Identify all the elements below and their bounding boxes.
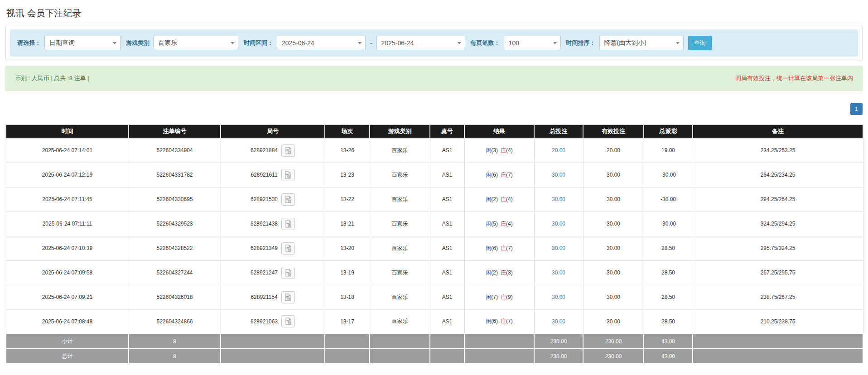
total-row-cell-5: [430, 349, 464, 364]
cell-payout: 28.50: [644, 236, 693, 260]
result-banker-value: (9): [506, 294, 513, 300]
cell-round-id: 628921530: [221, 187, 325, 212]
cell-game-type: 百家乐: [370, 260, 430, 285]
result-player-value: (3): [491, 147, 498, 154]
date-from-dropdown[interactable]: 2025-06-24: [277, 36, 366, 50]
cell-session: 13-17: [325, 309, 370, 334]
round-video-button[interactable]: [281, 291, 295, 303]
round-id-text: 628921063: [251, 318, 278, 325]
result-banker-label: 庄: [501, 269, 506, 276]
round-video-button[interactable]: [281, 169, 295, 181]
cell-game-type: 百家乐: [370, 138, 430, 163]
cell-payout: 28.50: [644, 260, 693, 285]
round-id-wrap: 628921438: [222, 212, 324, 236]
date-to-dropdown[interactable]: 2025-06-24: [376, 36, 465, 50]
total-bet-link: 30.00: [552, 318, 565, 325]
cell-table-no: AS1: [430, 285, 464, 309]
cell-remark: 264.25/234.25: [693, 163, 863, 187]
round-video-button[interactable]: [281, 267, 295, 279]
round-video-button[interactable]: [281, 193, 295, 206]
cell-payout: -30.00: [644, 212, 693, 236]
cell-total-bet[interactable]: 30.00: [534, 236, 583, 260]
cell-total-bet[interactable]: 30.00: [534, 187, 583, 212]
page-size-dropdown[interactable]: 100: [504, 36, 561, 50]
total-bet-link: 30.00: [552, 245, 565, 251]
round-id-text: 628921530: [251, 196, 278, 202]
video-file-icon: [285, 220, 292, 228]
cell-round-id: 628921438: [221, 212, 325, 236]
total-row: 总计8230.00230.0043.00: [6, 349, 863, 364]
cell-valid-bet: 30.00: [583, 236, 644, 260]
result-banker-value: (7): [506, 318, 513, 324]
cell-valid-bet: 30.00: [583, 285, 644, 309]
round-video-button[interactable]: [281, 218, 295, 230]
bet-row-1: 2025-06-24 07:12:19522604331782628921611…: [6, 163, 863, 187]
bet-row-2: 2025-06-24 07:11:45522604330695628921530…: [6, 187, 863, 212]
chevron-down-icon: [673, 42, 680, 44]
query-type-dropdown[interactable]: 日期查询: [44, 36, 121, 50]
cell-total-bet[interactable]: 20.00: [534, 138, 583, 163]
cell-payout: 19.00: [644, 138, 693, 163]
search-button[interactable]: 查询: [688, 36, 712, 50]
cell-total-bet[interactable]: 30.00: [534, 309, 583, 334]
result-player-value: (2): [491, 196, 498, 202]
result-player-label: 闲: [486, 172, 491, 178]
round-video-button[interactable]: [281, 242, 295, 255]
cell-bet-id: 522604334904: [129, 138, 221, 163]
round-video-button[interactable]: [281, 315, 295, 327]
cell-remark: 210.25/238.75: [693, 309, 863, 334]
cell-table-no: AS1: [430, 212, 464, 236]
result-banker-label: 庄: [501, 172, 506, 178]
total-bet-link: 30.00: [552, 269, 565, 276]
cell-bet-id: 522604326018: [129, 285, 221, 309]
column-header-10: 备注: [693, 125, 863, 138]
page-container: 视讯 会员下注纪录 请选择： 日期查询 游戏类别 百家乐 时间区间： 2025-…: [5, 7, 863, 364]
cell-total-bet[interactable]: 30.00: [534, 163, 583, 187]
table-header-row: 时间注单编号局号场次游戏类别桌号结果总投注有效投注总派彩备注: [6, 125, 863, 138]
total-row-cell-6: [464, 349, 534, 364]
time-sort-dropdown[interactable]: 降冪(由大到小): [599, 36, 684, 50]
round-id-wrap: 628921247: [222, 261, 324, 284]
valid-bet-note: 同局有效投注，统一计算在该局第一张注单内: [735, 74, 853, 82]
time-sort-label: 时间排序：: [566, 39, 596, 47]
cell-valid-bet: 30.00: [583, 309, 644, 334]
pagination: 1: [5, 103, 863, 115]
result-player-value: (5): [491, 221, 498, 227]
round-video-button[interactable]: [281, 144, 295, 157]
total-row-cell-9: 43.00: [644, 349, 693, 364]
cell-total-bet[interactable]: 30.00: [534, 260, 583, 285]
result-banker-label: 庄: [501, 245, 506, 251]
query-type-value: 日期查询: [49, 39, 75, 47]
result-player-label: 闲: [486, 245, 491, 251]
bet-row-7: 2025-06-24 07:08:48522604324866628921063…: [6, 309, 863, 334]
column-header-4: 游戏类别: [370, 125, 430, 138]
total-bet-link: 30.00: [552, 221, 565, 227]
cell-total-bet[interactable]: 30.00: [534, 212, 583, 236]
total-row-cell-1: 8: [129, 349, 221, 364]
cell-remark: 234.25/253.25: [693, 138, 863, 163]
cell-round-id: 628921349: [221, 236, 325, 260]
column-header-8: 有效投注: [583, 125, 644, 138]
round-id-text: 628921247: [251, 269, 278, 276]
total-bet-link: 30.00: [552, 196, 565, 202]
time-sort-value: 降冪(由大到小): [604, 39, 646, 47]
cell-total-bet[interactable]: 30.00: [534, 285, 583, 309]
bet-row-0: 2025-06-24 07:14:01522604334904628921884…: [6, 138, 863, 163]
table-body: 2025-06-24 07:14:01522604334904628921884…: [6, 138, 863, 334]
total-row-cell-0: 总计: [6, 349, 129, 364]
page-1-button[interactable]: 1: [850, 103, 863, 115]
cell-round-id: 628921611: [221, 163, 325, 187]
result-player-value: (6): [491, 318, 498, 324]
cell-result: 闲(7)庄(9): [464, 285, 534, 309]
round-id-wrap: 628921154: [222, 286, 324, 309]
cell-table-no: AS1: [430, 138, 464, 163]
cell-payout: -30.00: [644, 163, 693, 187]
chevron-down-icon: [228, 42, 234, 44]
cell-result: 闲(5)庄(4): [464, 212, 534, 236]
round-id-text: 628921154: [251, 294, 277, 300]
cell-round-id: 628921247: [221, 260, 325, 285]
cell-valid-bet: 30.00: [583, 163, 644, 187]
game-type-dropdown[interactable]: 百家乐: [153, 36, 238, 50]
chevron-down-icon: [355, 42, 362, 44]
cell-table-no: AS1: [430, 236, 464, 260]
